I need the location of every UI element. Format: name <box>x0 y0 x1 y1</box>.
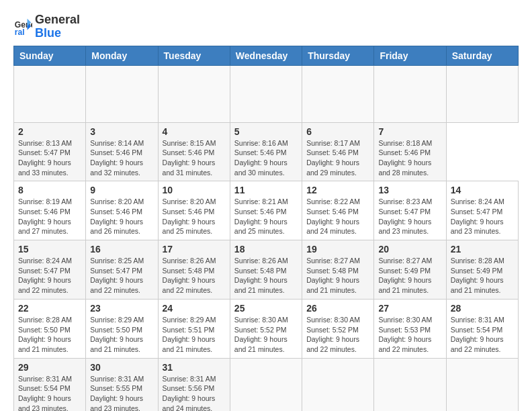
calendar-cell: 8Sunrise: 8:19 AMSunset: 5:46 PMDaylight… <box>14 181 86 240</box>
cell-info: Sunrise: 8:22 AMSunset: 5:46 PMDaylight:… <box>306 197 369 236</box>
cell-info: Sunrise: 8:30 AMSunset: 5:52 PMDaylight:… <box>234 315 298 355</box>
cell-info: Sunrise: 8:31 AMSunset: 5:56 PMDaylight:… <box>163 374 226 411</box>
day-number: 18 <box>234 244 298 255</box>
cell-info: Sunrise: 8:28 AMSunset: 5:50 PMDaylight:… <box>18 315 81 355</box>
day-number: 28 <box>451 303 514 314</box>
calendar-cell: 5Sunrise: 8:16 AMSunset: 5:46 PMDaylight… <box>230 122 302 181</box>
calendar-cell: 18Sunrise: 8:26 AMSunset: 5:48 PMDayligh… <box>230 240 302 300</box>
calendar-cell <box>446 358 518 411</box>
day-number: 26 <box>306 303 369 314</box>
cell-info: Sunrise: 8:14 AMSunset: 5:46 PMDaylight:… <box>90 138 153 178</box>
calendar-week-row: 8Sunrise: 8:19 AMSunset: 5:46 PMDaylight… <box>14 181 519 240</box>
day-number: 16 <box>90 244 153 255</box>
calendar-cell: 3Sunrise: 8:14 AMSunset: 5:46 PMDaylight… <box>86 122 158 181</box>
cell-info: Sunrise: 8:27 AMSunset: 5:48 PMDaylight:… <box>306 256 369 295</box>
calendar-cell: 14Sunrise: 8:24 AMSunset: 5:47 PMDayligh… <box>446 181 518 240</box>
calendar-cell: 13Sunrise: 8:23 AMSunset: 5:47 PMDayligh… <box>374 181 446 240</box>
day-number: 11 <box>234 185 298 195</box>
day-number: 23 <box>90 303 153 314</box>
calendar-cell: 4Sunrise: 8:15 AMSunset: 5:46 PMDaylight… <box>158 122 230 181</box>
day-number: 30 <box>90 362 153 373</box>
cell-info: Sunrise: 8:20 AMSunset: 5:46 PMDaylight:… <box>163 197 226 236</box>
weekday-header-row: SundayMondayTuesdayWednesdayThursdayFrid… <box>14 46 519 65</box>
calendar-cell <box>374 358 446 411</box>
day-number: 4 <box>163 126 226 137</box>
cell-info: Sunrise: 8:26 AMSunset: 5:48 PMDaylight:… <box>163 256 226 295</box>
calendar-cell <box>374 65 446 122</box>
calendar-cell: 22Sunrise: 8:28 AMSunset: 5:50 PMDayligh… <box>14 299 86 358</box>
logo-icon: Gene ral <box>13 17 32 36</box>
calendar-table: SundayMondayTuesdayWednesdayThursdayFrid… <box>13 46 519 411</box>
day-number: 19 <box>306 244 369 255</box>
day-number: 21 <box>451 244 514 255</box>
cell-info: Sunrise: 8:16 AMSunset: 5:46 PMDaylight:… <box>234 138 298 178</box>
calendar-cell: 27Sunrise: 8:30 AMSunset: 5:53 PMDayligh… <box>374 299 446 358</box>
cell-info: Sunrise: 8:20 AMSunset: 5:46 PMDaylight:… <box>90 197 153 236</box>
calendar-cell: 17Sunrise: 8:26 AMSunset: 5:48 PMDayligh… <box>158 240 230 300</box>
day-number: 7 <box>378 126 441 137</box>
cell-info: Sunrise: 8:15 AMSunset: 5:46 PMDaylight:… <box>163 138 226 178</box>
day-number: 27 <box>378 303 441 314</box>
calendar-cell <box>302 358 374 411</box>
calendar-cell: 9Sunrise: 8:20 AMSunset: 5:46 PMDaylight… <box>86 181 158 240</box>
cell-info: Sunrise: 8:27 AMSunset: 5:49 PMDaylight:… <box>378 256 441 295</box>
cell-info: Sunrise: 8:30 AMSunset: 5:52 PMDaylight:… <box>306 315 369 355</box>
day-number: 5 <box>234 126 298 137</box>
calendar-cell <box>446 65 518 122</box>
calendar-cell: 11Sunrise: 8:21 AMSunset: 5:46 PMDayligh… <box>230 181 302 240</box>
svg-text:ral: ral <box>15 28 25 36</box>
day-number: 22 <box>18 303 81 314</box>
cell-info: Sunrise: 8:24 AMSunset: 5:47 PMDaylight:… <box>451 197 514 236</box>
cell-info: Sunrise: 8:28 AMSunset: 5:49 PMDaylight:… <box>451 256 514 295</box>
calendar-cell: 12Sunrise: 8:22 AMSunset: 5:46 PMDayligh… <box>302 181 374 240</box>
calendar-cell: 30Sunrise: 8:31 AMSunset: 5:55 PMDayligh… <box>86 358 158 411</box>
day-number: 24 <box>163 303 226 314</box>
cell-info: Sunrise: 8:31 AMSunset: 5:55 PMDaylight:… <box>90 374 153 411</box>
calendar-week-row: 2Sunrise: 8:13 AMSunset: 5:47 PMDaylight… <box>14 122 519 181</box>
cell-info: Sunrise: 8:30 AMSunset: 5:53 PMDaylight:… <box>378 315 441 355</box>
cell-info: Sunrise: 8:23 AMSunset: 5:47 PMDaylight:… <box>378 197 441 236</box>
calendar-cell: 28Sunrise: 8:31 AMSunset: 5:54 PMDayligh… <box>446 299 518 358</box>
cell-info: Sunrise: 8:25 AMSunset: 5:47 PMDaylight:… <box>90 256 153 295</box>
calendar-cell <box>158 65 230 122</box>
day-number: 10 <box>163 185 226 195</box>
day-number: 13 <box>378 185 441 195</box>
calendar-cell: 19Sunrise: 8:27 AMSunset: 5:48 PMDayligh… <box>302 240 374 300</box>
logo-text: General Blue <box>35 13 80 40</box>
calendar-cell <box>14 65 86 122</box>
calendar-cell: 15Sunrise: 8:24 AMSunset: 5:47 PMDayligh… <box>14 240 86 300</box>
weekday-header-cell: Saturday <box>446 46 518 65</box>
calendar-cell: 21Sunrise: 8:28 AMSunset: 5:49 PMDayligh… <box>446 240 518 300</box>
day-number: 3 <box>90 126 153 137</box>
cell-info: Sunrise: 8:29 AMSunset: 5:51 PMDaylight:… <box>163 315 226 355</box>
cell-info: Sunrise: 8:24 AMSunset: 5:47 PMDaylight:… <box>18 256 81 295</box>
weekday-header-cell: Monday <box>86 46 158 65</box>
calendar-cell: 23Sunrise: 8:29 AMSunset: 5:50 PMDayligh… <box>86 299 158 358</box>
calendar-week-row: 22Sunrise: 8:28 AMSunset: 5:50 PMDayligh… <box>14 299 519 358</box>
cell-info: Sunrise: 8:19 AMSunset: 5:46 PMDaylight:… <box>18 197 81 236</box>
calendar-week-row: 29Sunrise: 8:31 AMSunset: 5:54 PMDayligh… <box>14 358 519 411</box>
calendar-body: 2Sunrise: 8:13 AMSunset: 5:47 PMDaylight… <box>14 65 519 411</box>
weekday-header-cell: Friday <box>374 46 446 65</box>
cell-info: Sunrise: 8:29 AMSunset: 5:50 PMDaylight:… <box>90 315 153 355</box>
day-number: 29 <box>18 362 81 373</box>
day-number: 12 <box>306 185 369 195</box>
calendar-cell: 20Sunrise: 8:27 AMSunset: 5:49 PMDayligh… <box>374 240 446 300</box>
calendar-cell <box>230 358 302 411</box>
day-number: 31 <box>163 362 226 373</box>
logo: Gene ral General Blue <box>13 13 80 40</box>
cell-info: Sunrise: 8:13 AMSunset: 5:47 PMDaylight:… <box>18 138 81 178</box>
calendar-cell: 26Sunrise: 8:30 AMSunset: 5:52 PMDayligh… <box>302 299 374 358</box>
cell-info: Sunrise: 8:31 AMSunset: 5:54 PMDaylight:… <box>18 374 81 411</box>
weekday-header-cell: Thursday <box>302 46 374 65</box>
cell-info: Sunrise: 8:21 AMSunset: 5:46 PMDaylight:… <box>234 197 298 236</box>
calendar-cell: 29Sunrise: 8:31 AMSunset: 5:54 PMDayligh… <box>14 358 86 411</box>
day-number: 2 <box>18 126 81 137</box>
weekday-header-cell: Tuesday <box>158 46 230 65</box>
weekday-header-cell: Wednesday <box>230 46 302 65</box>
day-number: 14 <box>451 185 514 195</box>
cell-info: Sunrise: 8:26 AMSunset: 5:48 PMDaylight:… <box>234 256 298 295</box>
day-number: 8 <box>18 185 81 195</box>
calendar-cell <box>302 65 374 122</box>
day-number: 17 <box>163 244 226 255</box>
